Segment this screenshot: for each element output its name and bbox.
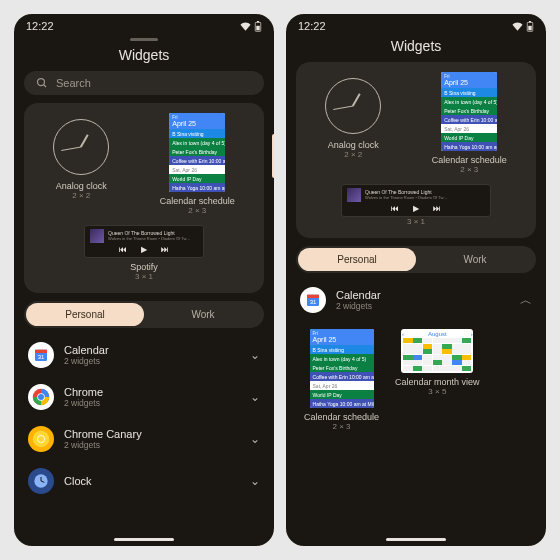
nav-bar[interactable]	[286, 532, 546, 546]
chrome-app-icon	[28, 384, 54, 410]
tab-personal[interactable]: Personal	[298, 248, 416, 271]
album-art-icon	[347, 188, 361, 202]
chevron-up-icon: ︿	[520, 292, 532, 309]
app-list: 31 Calendar2 widgets ⌄ Chrome2 widgets ⌄…	[14, 334, 274, 502]
wifi-icon	[512, 22, 523, 31]
power-accent	[272, 134, 274, 178]
app-row[interactable]: Clock ⌄	[14, 460, 274, 502]
calendar-app-icon: 31	[300, 287, 326, 313]
svg-rect-22	[528, 25, 531, 29]
spotify-preview: Queen Of The Borrowed Light Wolves in th…	[84, 225, 204, 258]
widget-spotify[interactable]: Queen Of The Borrowed Light Wolves in th…	[306, 174, 526, 226]
canary-app-icon	[28, 426, 54, 452]
svg-text:31: 31	[38, 354, 45, 360]
app-row[interactable]: 31 Calendar2 widgets ⌄	[14, 334, 274, 376]
calendar-preview: FriApril 25B Sina visitingAlex in town (…	[441, 72, 497, 151]
battery-icon	[254, 21, 262, 32]
phone-right: 12:22 Widgets Analog clock 2 × 2 FriApri…	[286, 14, 546, 546]
widget-analog-clock[interactable]: Analog clock 2 × 2	[53, 113, 109, 200]
drag-handle[interactable]	[130, 38, 158, 41]
chevron-down-icon: ⌄	[250, 348, 260, 362]
album-art-icon	[90, 229, 104, 243]
tab-personal[interactable]: Personal	[26, 303, 144, 326]
track-artist: Wolves in the Throne Room • Diadem Of Tw…	[365, 196, 447, 200]
profile-tabs: Personal Work	[296, 246, 536, 273]
calendar-preview: FriApril 25B Sina visitingAlex in town (…	[310, 329, 374, 408]
svg-rect-2	[256, 25, 259, 29]
prev-icon: ⏮	[391, 204, 399, 213]
svg-rect-21	[529, 21, 531, 22]
page-title: Widgets	[286, 38, 546, 54]
page-title: Widgets	[14, 47, 274, 63]
svg-text:31: 31	[310, 299, 317, 305]
calendar-app-icon: 31	[28, 342, 54, 368]
play-icon: ▶	[141, 245, 147, 254]
clock-icon	[325, 78, 381, 134]
status-time: 12:22	[298, 20, 326, 32]
chevron-down-icon: ⌄	[250, 390, 260, 404]
widget-calendar-schedule[interactable]: FriApril 25B Sina visitingAlex in town (…	[432, 72, 507, 174]
tab-work[interactable]: Work	[144, 303, 262, 326]
play-icon: ▶	[413, 204, 419, 213]
next-icon: ⏭	[433, 204, 441, 213]
status-bar: 12:22	[14, 14, 274, 34]
next-icon: ⏭	[161, 245, 169, 254]
spotify-preview: Queen Of The Borrowed Light Wolves in th…	[341, 184, 491, 217]
preview-panel: Analog clock 2 × 2 FriApril 25B Sina vis…	[296, 62, 536, 238]
battery-icon	[526, 21, 534, 32]
tab-work[interactable]: Work	[416, 248, 534, 271]
search-placeholder: Search	[56, 77, 91, 89]
clock-icon	[53, 119, 109, 175]
wifi-icon	[240, 22, 251, 31]
chevron-down-icon: ⌄	[250, 474, 260, 488]
search-icon	[36, 77, 48, 89]
widget-calendar-schedule[interactable]: FriApril 25B Sina visitingAlex in town (…	[160, 113, 235, 215]
widget-analog-clock[interactable]: Analog clock 2 × 2	[325, 72, 381, 159]
app-row-calendar-expanded[interactable]: 31 Calendar 2 widgets ︿	[286, 279, 546, 321]
prev-icon: ⏮	[119, 245, 127, 254]
tile-calendar-month[interactable]: ‹August› Calendar month view 3 × 5	[395, 329, 480, 431]
widget-spotify[interactable]: Queen Of The Borrowed Light Wolves in th…	[34, 215, 254, 281]
month-preview: ‹August›	[401, 329, 473, 373]
phone-left: 12:22 Widgets Search Analog clock 2 × 2	[14, 14, 274, 546]
clock-app-icon	[28, 468, 54, 494]
status-time: 12:22	[26, 20, 54, 32]
preview-panel: Analog clock 2 × 2 FriApril 25B Sina vis…	[24, 103, 264, 293]
svg-rect-6	[35, 350, 47, 353]
chevron-down-icon: ⌄	[250, 432, 260, 446]
status-icons	[512, 21, 534, 32]
svg-point-3	[38, 79, 45, 86]
app-row[interactable]: Chrome Canary2 widgets ⌄	[14, 418, 274, 460]
profile-tabs: Personal Work	[24, 301, 264, 328]
track-artist: Wolves in the Throne Room • Diadem Of Tw…	[108, 237, 190, 241]
status-bar: 12:22	[286, 14, 546, 34]
search-input[interactable]: Search	[24, 71, 264, 95]
app-row[interactable]: Chrome2 widgets ⌄	[14, 376, 274, 418]
svg-rect-1	[257, 21, 259, 22]
svg-point-16	[38, 436, 44, 442]
svg-point-13	[38, 394, 44, 400]
svg-line-4	[44, 85, 47, 88]
nav-bar[interactable]	[14, 532, 274, 546]
calendar-preview: FriApril 25B Sina visitingAlex in town (…	[169, 113, 225, 192]
svg-rect-24	[307, 295, 319, 298]
tile-calendar-schedule[interactable]: FriApril 25B Sina visitingAlex in town (…	[304, 329, 379, 431]
widget-tiles: FriApril 25B Sina visitingAlex in town (…	[286, 321, 546, 431]
status-icons	[240, 21, 262, 32]
